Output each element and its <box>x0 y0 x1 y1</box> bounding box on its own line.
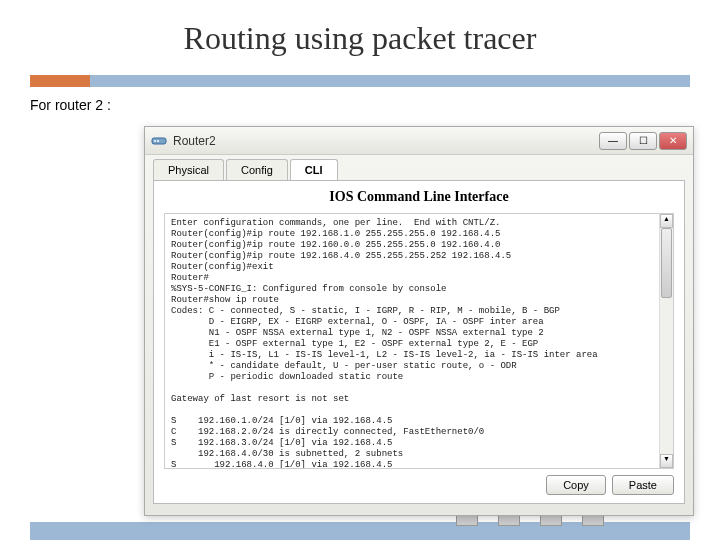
accent-bar <box>30 75 690 87</box>
window-controls: — ☐ ✕ <box>599 132 687 150</box>
router-window: Router2 — ☐ ✕ Physical Config CLI IOS Co… <box>144 126 694 516</box>
tab-config[interactable]: Config <box>226 159 288 180</box>
titlebar: Router2 — ☐ ✕ <box>145 127 693 155</box>
cli-scrollbar[interactable]: ▲ ▼ <box>659 214 673 468</box>
router-icon <box>151 133 167 149</box>
cli-output[interactable]: Enter configuration commands, one per li… <box>165 214 673 469</box>
copy-button[interactable]: Copy <box>546 475 606 495</box>
svg-point-1 <box>154 140 156 142</box>
cli-title: IOS Command Line Interface <box>154 181 684 209</box>
maximize-button[interactable]: ☐ <box>629 132 657 150</box>
svg-point-2 <box>157 140 159 142</box>
tab-body: IOS Command Line Interface Enter configu… <box>153 180 685 504</box>
paste-button[interactable]: Paste <box>612 475 674 495</box>
close-button[interactable]: ✕ <box>659 132 687 150</box>
cli-button-row: Copy Paste <box>154 475 684 495</box>
scroll-down-button[interactable]: ▼ <box>660 454 673 468</box>
cli-area: Enter configuration commands, one per li… <box>164 213 674 469</box>
minimize-button[interactable]: — <box>599 132 627 150</box>
window-title: Router2 <box>173 134 599 148</box>
slide-title: Routing using packet tracer <box>0 0 720 67</box>
scroll-thumb[interactable] <box>661 228 672 298</box>
tab-cli[interactable]: CLI <box>290 159 338 180</box>
accent-blue <box>90 75 690 87</box>
tab-row: Physical Config CLI <box>145 155 693 180</box>
slide-label: For router 2 : <box>0 97 720 113</box>
tab-physical[interactable]: Physical <box>153 159 224 180</box>
accent-orange <box>30 75 90 87</box>
scroll-up-button[interactable]: ▲ <box>660 214 673 228</box>
bottom-accent <box>30 522 690 540</box>
